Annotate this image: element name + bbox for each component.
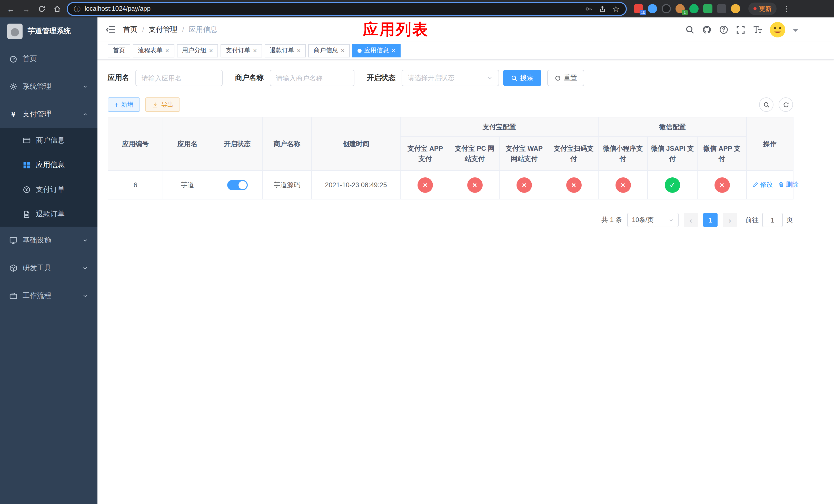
bookmark-star-icon[interactable]: ☆	[612, 4, 620, 14]
collapse-sidebar-icon[interactable]	[106, 25, 116, 35]
goto-label: 前往	[745, 215, 759, 225]
merchant-name-label: 商户名称	[235, 73, 264, 83]
tab-app-info[interactable]: 应用信息 ×	[352, 44, 400, 57]
sidebar-item-app-info[interactable]: 应用信息	[0, 153, 97, 177]
close-icon[interactable]: ×	[253, 47, 257, 54]
app-logo[interactable]: 芋道管理系统	[0, 18, 97, 45]
col-wx-jsapi: 微信 JSAPI 支付	[648, 137, 697, 170]
briefcase-icon	[9, 292, 18, 300]
goto-page-input[interactable]	[762, 213, 783, 227]
breadcrumb-home[interactable]: 首页	[123, 25, 137, 35]
toolbar-right	[759, 97, 793, 112]
toggle-search-button[interactable]	[759, 97, 773, 112]
tab-merchant-info[interactable]: 商户信息 ×	[308, 44, 350, 57]
extension-icon-7[interactable]	[717, 4, 726, 13]
extensions-row: 10 1	[634, 4, 740, 13]
tab-process-form[interactable]: 流程表单 ×	[133, 44, 174, 57]
alipay-app-status-icon: ×	[418, 177, 433, 192]
export-button[interactable]: 导出	[145, 97, 180, 112]
status-toggle[interactable]	[227, 180, 247, 190]
col-merchant: 商户名称	[262, 117, 312, 170]
password-key-icon[interactable]	[585, 5, 592, 13]
address-bar[interactable]: ⓘ localhost:1024/pay/app ☆	[67, 2, 627, 16]
pay-submenu: 商户信息 应用信息 支付订单 退款订单	[0, 128, 97, 227]
close-icon[interactable]: ×	[297, 47, 301, 54]
close-icon[interactable]: ×	[391, 47, 395, 54]
gear-icon	[9, 83, 18, 91]
content: 应用名 商户名称 开启状态 请选择开启状态 搜索	[97, 70, 803, 227]
user-avatar[interactable]	[770, 22, 785, 38]
avatar-caret-icon[interactable]	[793, 29, 798, 35]
sidebar-item-dev-tools[interactable]: 研发工具	[0, 254, 97, 282]
page-size-select[interactable]: 10条/页	[627, 213, 679, 227]
merchant-name-input[interactable]	[270, 70, 354, 86]
cell-merchant: 芋道源码	[262, 170, 312, 199]
refresh-table-button[interactable]	[778, 97, 793, 112]
extension-icon-2[interactable]	[648, 4, 657, 13]
app-name-label: 应用名	[108, 73, 129, 83]
navbar-actions	[685, 22, 798, 38]
extension-icon-8[interactable]	[731, 4, 740, 13]
github-icon[interactable]	[702, 25, 711, 35]
sidebar-item-pay-order[interactable]: 支付订单	[0, 177, 97, 202]
next-page-button[interactable]: ›	[723, 213, 737, 227]
status-label: 开启状态	[367, 73, 395, 83]
sidebar-item-workflow[interactable]: 工作流程	[0, 282, 97, 310]
sidebar-item-home[interactable]: 首页	[0, 45, 97, 73]
dashboard-icon	[9, 55, 18, 63]
back-icon[interactable]: ←	[5, 3, 16, 14]
extension-icon-1[interactable]: 10	[634, 4, 643, 13]
help-icon[interactable]	[719, 25, 728, 35]
font-size-icon[interactable]	[753, 25, 762, 35]
share-icon[interactable]	[598, 5, 606, 13]
tab-refund-order[interactable]: 退款订单 ×	[265, 44, 306, 57]
tab-user-group[interactable]: 用户分组 ×	[177, 44, 218, 57]
home-icon[interactable]	[51, 3, 63, 14]
breadcrumb-pay[interactable]: 支付管理	[149, 25, 177, 35]
extension-icon-3[interactable]	[662, 4, 671, 13]
search-icon	[763, 101, 770, 108]
add-button[interactable]: + 新增	[108, 97, 140, 112]
tab-pay-order[interactable]: 支付订单 ×	[221, 44, 262, 57]
close-icon[interactable]: ×	[165, 47, 169, 54]
browser-update-button[interactable]: 更新	[748, 3, 776, 15]
tab-home[interactable]: 首页	[108, 44, 130, 57]
page-1-button[interactable]: 1	[703, 213, 718, 227]
sidebar-item-refund-order[interactable]: 退款订单	[0, 202, 97, 227]
search-button[interactable]: 搜索	[503, 70, 541, 86]
extension-badge: 10	[640, 10, 646, 15]
monitor-icon	[9, 236, 18, 245]
forward-icon[interactable]: →	[21, 3, 32, 14]
reload-icon[interactable]	[36, 3, 47, 14]
pagination: 共 1 条 10条/页 ‹ 1 › 前往 页	[108, 213, 793, 227]
app-name-input[interactable]	[135, 70, 223, 86]
fullscreen-icon[interactable]	[736, 25, 745, 35]
search-icon[interactable]	[685, 25, 695, 35]
close-icon[interactable]: ×	[341, 47, 345, 54]
sidebar-item-merchant-info[interactable]: 商户信息	[0, 128, 97, 153]
edit-button[interactable]: 修改	[752, 181, 773, 189]
sidebar-item-system[interactable]: 系统管理	[0, 73, 97, 100]
browser-menu-icon[interactable]: ⋮	[783, 4, 790, 13]
chevron-down-icon	[487, 75, 493, 81]
delete-button[interactable]: 删除	[778, 181, 798, 189]
bank-card-icon	[23, 136, 31, 144]
chevron-down-icon	[82, 293, 88, 299]
extension-icon-5[interactable]	[689, 4, 699, 13]
close-icon[interactable]: ×	[209, 47, 213, 54]
wx-app-status-icon: ×	[714, 177, 730, 192]
col-created: 创建时间	[312, 117, 400, 170]
chevron-down-icon	[82, 265, 88, 271]
document-icon	[23, 210, 31, 219]
page-info-icon[interactable]: ⓘ	[74, 5, 81, 12]
extension-icon-4[interactable]: 1	[676, 4, 685, 13]
extension-icon-6[interactable]	[703, 4, 712, 13]
sidebar-item-infrastructure[interactable]: 基础设施	[0, 227, 97, 254]
status-select[interactable]: 请选择开启状态	[402, 70, 499, 86]
reset-button[interactable]: 重置	[547, 70, 584, 86]
sidebar-menu: 首页 系统管理 ¥ 支付管理 商户信息 应用信息	[0, 45, 97, 310]
navbar: 首页 / 支付管理 / 应用信息 应用列表	[97, 18, 834, 42]
sidebar-item-pay[interactable]: ¥ 支付管理	[0, 100, 97, 128]
prev-page-button[interactable]: ‹	[684, 213, 698, 227]
wx-lite-status-icon: ×	[615, 177, 631, 192]
